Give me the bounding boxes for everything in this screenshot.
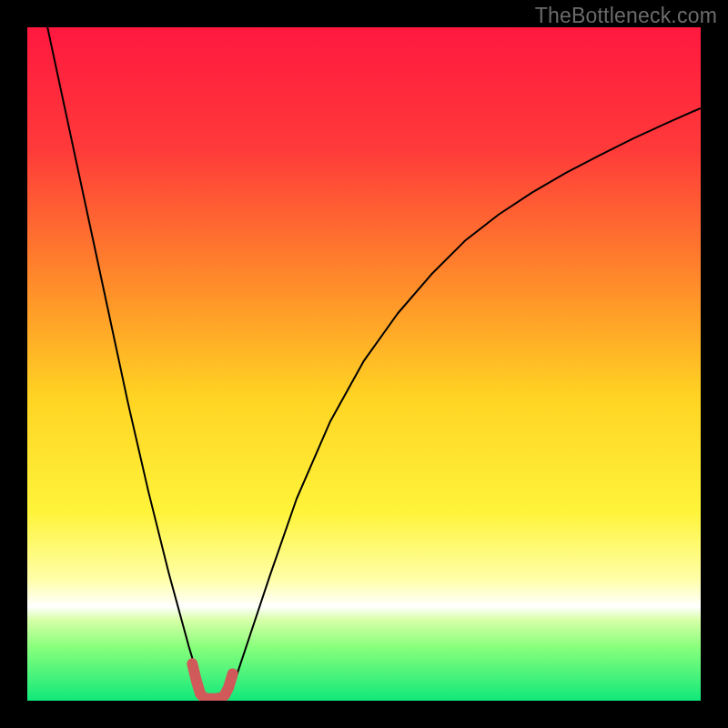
svg-rect-0	[27, 27, 701, 701]
chart-frame	[27, 27, 701, 701]
chart-background	[27, 27, 701, 701]
watermark-text: TheBottleneck.com	[535, 4, 717, 28]
